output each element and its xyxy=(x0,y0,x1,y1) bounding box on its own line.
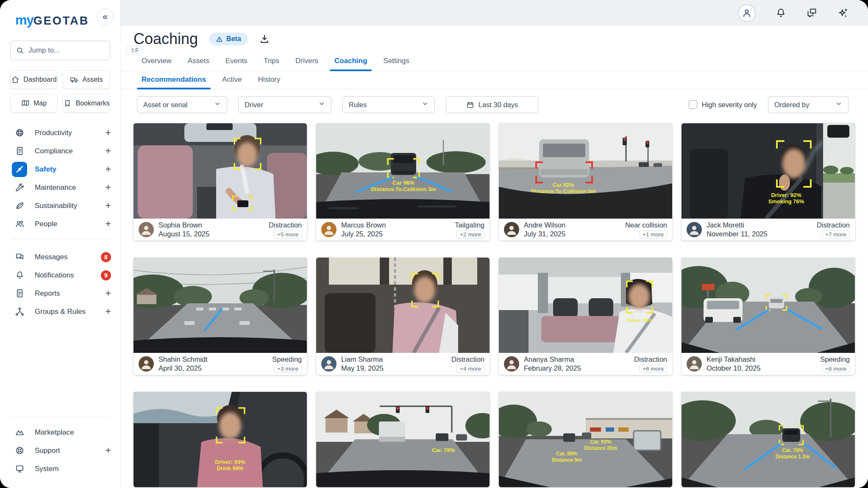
svg-text:Smoking 76%: Smoking 76% xyxy=(768,198,804,205)
sidebar-item-people[interactable]: People + xyxy=(0,215,120,233)
high-severity-toggle[interactable]: High severity only xyxy=(689,100,757,109)
search-input[interactable] xyxy=(28,46,122,55)
sidebar-item-label: Marketplace xyxy=(35,428,111,437)
event-video-thumbnail[interactable]: Driver: 92%Smoking 76% xyxy=(682,123,855,219)
sidebar-item-system[interactable]: System xyxy=(0,460,120,478)
collapse-sidebar-button[interactable]: « xyxy=(97,8,114,25)
svg-text:Car 96%: Car 96% xyxy=(392,180,415,186)
sidebar-item-messages[interactable]: Messages 8 xyxy=(0,248,120,266)
svg-text:Distance 1.3m: Distance 1.3m xyxy=(776,454,810,460)
event-video-thumbnail[interactable] xyxy=(134,123,307,219)
coaching-card-marcus-brown[interactable]: Car 96%Distance.To.Collision 3m Marcus B… xyxy=(316,123,490,241)
quick-link-label: Dashboard xyxy=(23,76,56,83)
ai-sparkle-icon[interactable] xyxy=(837,7,849,19)
coaching-card-kenji-takahashi[interactable]: Kenji Takahashi October 10, 2025 Speedin… xyxy=(682,258,855,375)
sidebar-item-notifications[interactable]: Notifications 9 xyxy=(0,266,120,284)
sidebar-item-productivity[interactable]: Productivity + xyxy=(0,124,120,142)
event-video-thumbnail[interactable]: Car. 78% xyxy=(316,392,490,487)
asset-filter-dropdown[interactable]: Asset or serial xyxy=(137,96,227,113)
event-date: July 25, 2025 xyxy=(341,230,386,238)
coaching-card-andre-wilson[interactable]: Car 92%Distance.To.Collision 0m Andre Wi… xyxy=(499,123,672,241)
tab-events[interactable]: Events xyxy=(221,52,252,71)
sidebar-item-safety[interactable]: Safety + xyxy=(0,160,120,178)
coaching-card[interactable]: Car. 89%Distance 9mCar. 92%Distance 20m xyxy=(499,392,672,487)
sidebar-item-label: System xyxy=(35,465,111,473)
driver-name: Sophia Brown xyxy=(159,221,209,229)
tab-assets[interactable]: Assets xyxy=(183,52,214,71)
add-shortcut-plus-icon[interactable]: + xyxy=(106,307,111,316)
tab-trips[interactable]: Trips xyxy=(259,52,284,71)
tab-drivers[interactable]: Drivers xyxy=(291,52,323,71)
sidebar-item-groups-rules[interactable]: Groups & Rules + xyxy=(0,302,120,321)
card-footer: Ananya Sharma February 28, 2025 Distract… xyxy=(499,353,672,375)
quick-link-bookmarks[interactable]: Bookmarks xyxy=(63,94,110,113)
event-video-thumbnail[interactable]: Car 92%Distance.To.Collision 0m xyxy=(499,123,672,219)
add-shortcut-plus-icon[interactable]: + xyxy=(106,146,111,156)
notifications-bell-icon[interactable] xyxy=(775,7,787,19)
sidebar: « myGEOTAB ⇧F Dashboard Assets Map xyxy=(0,0,121,488)
add-shortcut-plus-icon[interactable]: + xyxy=(106,446,111,455)
add-shortcut-plus-icon[interactable]: + xyxy=(106,164,111,174)
svg-text:Car. 92%: Car. 92% xyxy=(590,439,611,445)
high-severity-checkbox[interactable] xyxy=(689,100,697,109)
add-shortcut-plus-icon[interactable]: + xyxy=(106,201,111,211)
coaching-card[interactable]: Car. 78% xyxy=(316,392,490,487)
user-avatar-button[interactable] xyxy=(738,4,756,22)
add-shortcut-plus-icon[interactable]: + xyxy=(106,183,111,192)
sidebar-item-sustainability[interactable]: Sustainability + xyxy=(0,197,120,215)
coaching-card-shahin-schmidt[interactable]: Shahin Schmidt April 30, 2025 Speeding +… xyxy=(134,258,307,375)
coaching-card-sophia-brown[interactable]: Sophia Brown August 15, 2025 Distraction… xyxy=(134,123,307,241)
event-video-thumbnail[interactable]: Car. 76%Distance 1.3m xyxy=(682,392,855,487)
event-video-thumbnail[interactable] xyxy=(682,258,855,353)
coaching-card-jack-moretti[interactable]: Driver: 92%Smoking 76% Jack Moretti Nove… xyxy=(682,123,855,241)
topbar xyxy=(121,0,868,26)
driver-avatar xyxy=(504,222,519,237)
quick-link-assets[interactable]: Assets xyxy=(63,70,110,89)
rules-filter-dropdown[interactable]: Rules xyxy=(342,96,435,113)
sidebar-item-support[interactable]: Support + xyxy=(0,441,120,460)
tab-coaching[interactable]: Coaching xyxy=(330,52,372,71)
subtab-recommendations[interactable]: Recommendations xyxy=(137,71,211,89)
coaching-card[interactable]: Driver: 93%Drink 99% xyxy=(134,392,307,487)
add-shortcut-plus-icon[interactable]: + xyxy=(106,288,111,298)
coaching-card-ananya-sharma[interactable]: Driver: 96% Ananya Sharma February 28, 2… xyxy=(499,258,672,375)
quick-link-map[interactable]: Map xyxy=(10,94,58,113)
coaching-card-liam-sharma[interactable]: Liam Sharma May 19, 2025 Distraction +4 … xyxy=(316,258,490,375)
footer-nav: Marketplace Support + System xyxy=(0,423,120,478)
event-video-thumbnail[interactable] xyxy=(316,258,490,353)
search-icon xyxy=(16,46,24,55)
subtab-active[interactable]: Active xyxy=(217,71,246,89)
more-events-badge: +8 more xyxy=(822,365,850,373)
event-video-thumbnail[interactable]: Driver: 93%Drink 99% xyxy=(134,392,307,487)
people-icon xyxy=(12,216,27,232)
windows-messages-icon[interactable] xyxy=(806,7,818,19)
event-video-thumbnail[interactable]: Driver: 96% xyxy=(499,258,672,353)
sidebar-item-marketplace[interactable]: Marketplace xyxy=(0,423,120,441)
more-events-badge: +7 more xyxy=(822,230,850,238)
add-shortcut-plus-icon[interactable]: + xyxy=(106,128,111,138)
driver-avatar xyxy=(687,222,702,237)
sidebar-item-compliance[interactable]: Compliance + xyxy=(0,142,120,160)
coaching-card[interactable]: Car. 76%Distance 1.3m xyxy=(682,392,855,487)
quick-link-dashboard[interactable]: Dashboard xyxy=(10,70,58,89)
date-range-button[interactable]: Last 30 days xyxy=(446,96,538,113)
driver-filter-dropdown[interactable]: Driver xyxy=(238,96,331,113)
event-video-thumbnail[interactable] xyxy=(134,258,307,353)
tab-overview[interactable]: Overview xyxy=(137,52,176,71)
wrench-icon xyxy=(12,180,27,195)
event-video-thumbnail[interactable]: Car. 89%Distance 9mCar. 92%Distance 20m xyxy=(499,392,672,487)
sidebar-item-reports[interactable]: Reports + xyxy=(0,284,120,302)
driver-name: Jack Moretti xyxy=(707,221,768,229)
sidebar-item-maintenance[interactable]: Maintenance + xyxy=(0,178,120,197)
ordered-by-dropdown[interactable]: Ordered by xyxy=(768,96,849,113)
tab-settings[interactable]: Settings xyxy=(378,52,414,71)
svg-text:Car 92%: Car 92% xyxy=(552,182,574,188)
jump-to-search[interactable]: ⇧F xyxy=(10,41,110,60)
svg-text:Driver: 93%: Driver: 93% xyxy=(215,459,245,465)
add-shortcut-plus-icon[interactable]: + xyxy=(106,219,111,229)
card-footer: Jack Moretti November 11, 2025 Distracti… xyxy=(682,219,855,241)
unread-count-badge: 9 xyxy=(101,270,111,280)
subtab-history[interactable]: History xyxy=(253,71,285,89)
download-icon[interactable] xyxy=(259,33,270,44)
event-video-thumbnail[interactable]: Car 96%Distance.To.Collision 3m xyxy=(316,123,490,219)
